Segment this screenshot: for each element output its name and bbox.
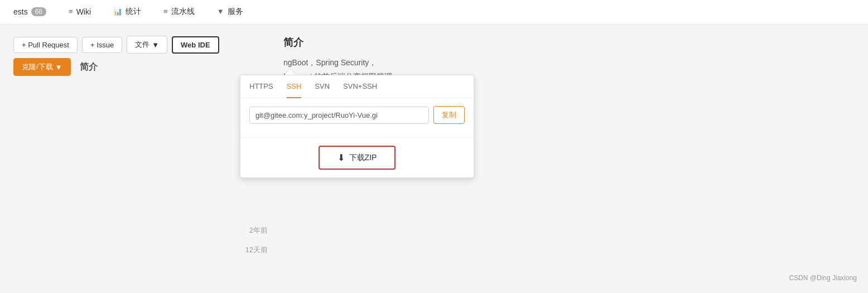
wiki-icon: ≡ (69, 7, 73, 16)
intro-title-label: 简介 (283, 36, 855, 49)
statistics-icon: 📊 (113, 7, 122, 16)
tab-ssh[interactable]: SSH (287, 75, 302, 98)
pull-requests-badge: 66 (31, 7, 46, 16)
file-time-2: 12天前 (245, 245, 268, 255)
service-dropdown-icon: ▼ (217, 7, 224, 16)
left-section: + Pull Request + Issue 文件 ▼ Web IDE 克隆/下… (13, 36, 270, 260)
dropdown-arrow (284, 69, 296, 75)
file-dropdown-icon: ▼ (152, 41, 159, 49)
file-list: 2年前 12天前 (13, 221, 270, 260)
nav-label-statistics: 统计 (126, 7, 141, 17)
nav-item-service[interactable]: ▼ 服务 (215, 0, 245, 24)
clone-dropdown-icon: ▼ (55, 63, 62, 71)
file-button[interactable]: 文件 ▼ (127, 36, 167, 54)
file-label: 文件 (135, 40, 150, 50)
clone-url-section: 复制 (240, 98, 474, 137)
tab-svn[interactable]: SVN (315, 75, 330, 98)
tab-svn-ssh-label: SVN+SSH (343, 82, 377, 90)
nav-label-service: 服务 (228, 7, 243, 17)
web-ide-label: Web IDE (181, 41, 210, 49)
clone-download-button[interactable]: 克隆/下载 ▼ (13, 58, 71, 76)
dropdown-panel-container: HTTPS SSH SVN SVN+SSH (240, 75, 474, 178)
copy-label: 复制 (442, 111, 456, 119)
action-buttons-row: + Pull Request + Issue 文件 ▼ Web IDE 克隆/下… (13, 36, 270, 76)
tab-svn-label: SVN (315, 82, 330, 90)
tab-https-label: HTTPS (249, 82, 273, 90)
nav-label-wiki: Wiki (76, 7, 91, 16)
clone-label: 克隆/下载 (22, 62, 53, 72)
issue-button[interactable]: + Issue (82, 37, 122, 53)
pull-request-label: + Pull Request (22, 41, 69, 49)
pull-request-button[interactable]: + Pull Request (13, 37, 78, 53)
file-time-1: 2年前 (249, 225, 268, 236)
top-nav: ests 66 ≡ Wiki 📊 统计 ≡ 流水线 ▼ 服务 (0, 0, 868, 25)
web-ide-button[interactable]: Web IDE (172, 36, 219, 54)
intro-title-text: 简介 (283, 37, 303, 48)
intro-label: 简介 (80, 61, 98, 73)
download-zip-section: ⬇ 下载ZIP (240, 138, 474, 177)
tab-https[interactable]: HTTPS (249, 75, 273, 98)
nav-label-pull-requests: ests (13, 7, 28, 16)
clone-url-input[interactable] (249, 107, 429, 124)
main-content: + Pull Request + Issue 文件 ▼ Web IDE 克隆/下… (0, 25, 868, 271)
file-row: 12天前 (13, 241, 270, 260)
nav-item-wiki[interactable]: ≡ Wiki (66, 0, 93, 24)
nav-item-flow[interactable]: ≡ 流水线 (161, 0, 197, 24)
clone-tabs: HTTPS SSH SVN SVN+SSH (240, 75, 474, 98)
download-zip-button[interactable]: ⬇ 下载ZIP (319, 146, 396, 170)
download-icon: ⬇ (337, 152, 345, 163)
nav-item-statistics[interactable]: 📊 统计 (111, 0, 143, 24)
nav-label-flow: 流水线 (171, 7, 195, 17)
copy-button[interactable]: 复制 (433, 106, 465, 124)
clone-dropdown-panel: HTTPS SSH SVN SVN+SSH (240, 69, 474, 178)
tab-svn-ssh[interactable]: SVN+SSH (343, 75, 377, 98)
file-row: 2年前 (13, 221, 270, 241)
tab-ssh-label: SSH (287, 82, 302, 90)
nav-item-pull-requests[interactable]: ests 66 (11, 0, 49, 24)
issue-label: + Issue (90, 41, 114, 49)
flow-icon: ≡ (163, 7, 168, 16)
clone-url-row: 复制 (249, 106, 465, 124)
download-zip-label: 下载ZIP (349, 153, 377, 163)
